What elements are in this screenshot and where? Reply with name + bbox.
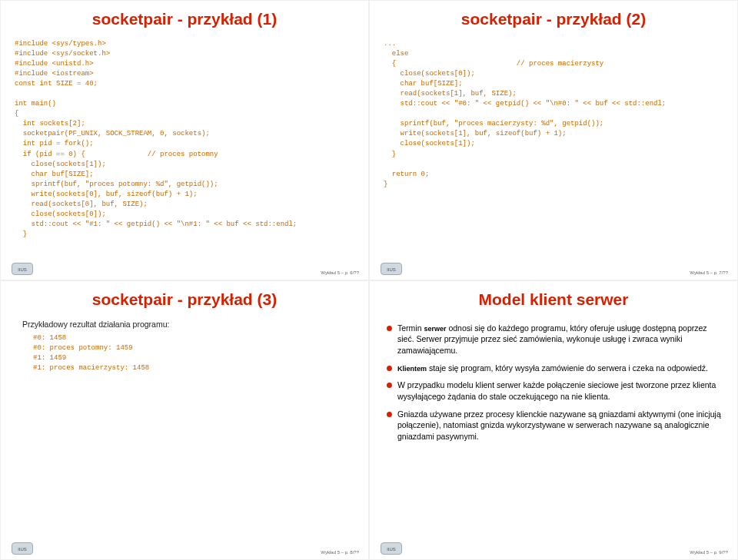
slide-tl: socketpair - przykład (1) #include <sys/… bbox=[0, 0, 369, 280]
slide-title: socketpair - przykład (3) bbox=[15, 290, 354, 309]
bullet-prefix: Termin bbox=[397, 323, 424, 333]
logo: IIUS bbox=[12, 542, 33, 555]
bullet-strong: Klientem bbox=[397, 365, 427, 373]
logo: IIUS bbox=[381, 263, 402, 275]
list-item: Klientem staje się program, który wysyła… bbox=[384, 363, 723, 374]
slide-tr: socketpair - przykład (2) ... else { // … bbox=[369, 0, 738, 280]
slide-title: socketpair - przykład (1) bbox=[15, 10, 354, 28]
page-number: Wykład 5 – p. 6/?? bbox=[321, 270, 359, 275]
result-intro: Przykładowy rezultat działania programu: bbox=[22, 320, 354, 329]
bullet-list: Termin serwer odnosi się do każdego prog… bbox=[384, 323, 723, 449]
slide-bl: socketpair - przykład (3) Przykładowy re… bbox=[0, 280, 369, 561]
page-number: Wykład 5 – p. 9/?? bbox=[690, 550, 728, 555]
page-number: Wykład 5 – p. 8/?? bbox=[321, 550, 359, 555]
code-block: ... else { // proces macierzysty close(s… bbox=[384, 39, 723, 190]
list-item: W przypadku modelu klient serwer każde p… bbox=[384, 379, 723, 402]
bullet-rest: W przypadku modelu klient serwer każde p… bbox=[397, 380, 716, 401]
code-block: #0: 1458 #0: proces potomny: 1459 #1: 14… bbox=[22, 333, 354, 373]
bullet-rest: staje się program, który wysyła zamówien… bbox=[427, 363, 708, 373]
bullet-rest: Gniazda używane przez procesy klienckie … bbox=[397, 409, 721, 441]
list-item: Gniazda używane przez procesy klienckie … bbox=[384, 409, 723, 442]
code-block: #include <sys/types.h> #include <sys/soc… bbox=[15, 39, 354, 240]
slide-title: socketpair - przykład (2) bbox=[384, 10, 723, 28]
page-number: Wykład 5 – p. 7/?? bbox=[690, 270, 728, 275]
logo: IIUS bbox=[381, 542, 402, 555]
slide-br: Model klient serwer Termin serwer odnosi… bbox=[369, 280, 738, 561]
logo: IIUS bbox=[12, 263, 33, 275]
list-item: Termin serwer odnosi się do każdego prog… bbox=[384, 323, 723, 356]
bullet-strong: serwer bbox=[424, 325, 446, 333]
slide-title: Model klient serwer bbox=[384, 290, 723, 309]
